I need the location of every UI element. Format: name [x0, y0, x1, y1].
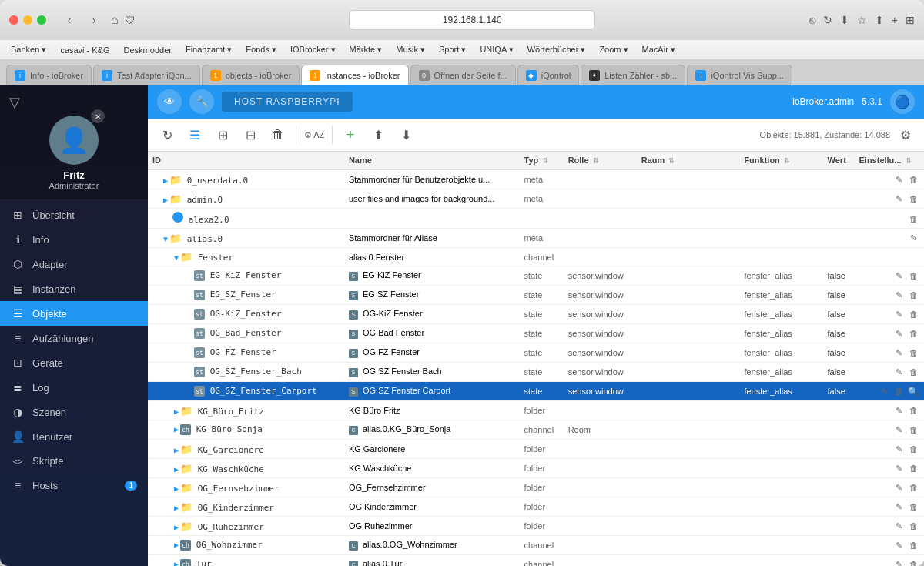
edit-button[interactable]: ✎ [878, 385, 890, 397]
expand-button[interactable]: ▶ [174, 446, 179, 454]
edit-button[interactable]: ✎ [907, 232, 919, 244]
close-button[interactable] [9, 15, 18, 25]
table-row[interactable]: st OG-KiZ_Fenster S OG-KiZ Fenster state… [148, 305, 924, 324]
expand-button[interactable]: ▶ [174, 407, 179, 416]
card-view-button[interactable]: ⊞ [211, 123, 234, 146]
tree-view-button[interactable]: ⊟ [239, 123, 262, 146]
edit-button[interactable]: ✎ [892, 327, 905, 340]
back-button[interactable]: ‹ [59, 9, 80, 31]
table-row[interactable]: st OG_Bad_Fenster S OG Bad Fenster state… [148, 324, 924, 343]
tab-iqontrol-vis[interactable]: i iQontrol Vis Supp... [687, 65, 792, 85]
expand-button[interactable]: ▶ [174, 425, 179, 434]
delete-button[interactable]: 🗑 [907, 366, 919, 378]
delete-button[interactable]: 🗑 [907, 308, 919, 320]
bookmark-item[interactable]: IOBrocker ▾ [286, 43, 340, 56]
refresh-button[interactable]: ↻ [156, 123, 179, 146]
download-icon[interactable]: ⬇ [840, 14, 849, 26]
sidebar-item-aufzaehlungen[interactable]: ≡ Aufzählungen [0, 326, 148, 350]
table-row[interactable]: ▶📁 KG_Garcionere KG Garcionere folder ✎🗑 [148, 440, 924, 459]
edit-button[interactable]: ✎ [892, 443, 905, 455]
grid-icon[interactable]: ⊞ [906, 14, 915, 26]
maximize-button[interactable] [37, 15, 46, 25]
address-bar[interactable]: 192.168.1.140 [349, 10, 595, 30]
delete-button[interactable]: 🗑 [266, 123, 290, 146]
delete-button[interactable]: 🗑 [907, 289, 919, 301]
table-row[interactable]: ▼📁 alias.0 Stammordner für Aliase meta ✎ [148, 229, 924, 248]
table-row[interactable]: ▶📁 0_userdata.0 Stammordner für Benutzer… [148, 169, 924, 189]
table-row[interactable]: alexa2.0 🗑 [148, 209, 924, 229]
bookmark-item[interactable]: Fonds ▾ [241, 43, 281, 56]
bookmark-item[interactable]: Deskmodder [119, 44, 176, 56]
edit-button[interactable]: ✎ [892, 404, 905, 417]
table-row[interactable]: ▶📁 admin.0 user files and images for bac… [148, 189, 924, 209]
expand-button[interactable]: ▶ [174, 523, 179, 531]
delete-button[interactable]: 🗑 [907, 520, 919, 532]
edit-button[interactable]: ✎ [892, 481, 905, 494]
tab-instances[interactable]: 1 instances - ioBroker [301, 65, 408, 85]
tab-listen[interactable]: ✦ Listen Zähler - sb... [581, 65, 685, 85]
settings-button[interactable]: ⚙ [895, 124, 916, 146]
bookmark-item[interactable]: UNIQA ▾ [475, 43, 517, 56]
minimize-button[interactable] [23, 15, 32, 25]
expand-button[interactable]: ▶ [174, 560, 179, 566]
delete-button[interactable]: 🗑 [907, 424, 919, 436]
delete-button[interactable]: 🗑 [907, 462, 919, 474]
expand-button[interactable]: ▶ [163, 196, 168, 204]
tab-info[interactable]: i Info - ioBroker [6, 65, 92, 85]
bookmark-item[interactable]: Märkte ▾ [345, 43, 387, 56]
objects-table-container[interactable]: ID Name Typ ⇅ Rolle ⇅ Raum ⇅ Funktion ⇅ … [148, 152, 924, 566]
table-row[interactable]: ▶📁 OG_Ruhezimmer OG Ruhezimmer folder ✎🗑 [148, 517, 924, 536]
delete-button[interactable]: 🗑 [907, 327, 919, 340]
sidebar-item-instanzen[interactable]: ▤ Instanzen [0, 276, 148, 301]
host-button[interactable]: HOST RASPBERRYPI [222, 92, 353, 112]
expand-button[interactable]: ▶ [174, 484, 179, 493]
import-button[interactable]: ⬆ [367, 123, 390, 146]
table-row[interactable]: ▶ch KG_Büro_Sonja C alias.0.KG_Büro_Sonj… [148, 420, 924, 440]
tab-oeffnen[interactable]: 0 Öffnen der Seite f... [410, 65, 516, 85]
expand-button[interactable]: ▶ [163, 176, 168, 185]
new-tab-icon[interactable]: + [892, 14, 898, 26]
edit-button[interactable]: ✎ [892, 347, 905, 359]
expand-button[interactable]: ▶ [174, 504, 179, 512]
edit-button[interactable]: ✎ [892, 173, 905, 186]
bookmark-item[interactable]: Banken ▾ [6, 43, 51, 56]
expand-button[interactable]: ▶ [174, 541, 179, 549]
share-icon[interactable]: ⬆ [875, 14, 884, 26]
sidebar-item-geraete[interactable]: ⊡ Geräte [0, 350, 148, 375]
table-row[interactable]: st EG_SZ_Fenster S EG SZ Fenster state s… [148, 286, 924, 305]
reload-icon[interactable]: ↻ [823, 14, 832, 26]
expand-button[interactable]: ▼ [174, 253, 179, 262]
export-button[interactable]: ⬇ [394, 123, 417, 146]
bookmark-item[interactable]: MacAir ▾ [638, 43, 680, 56]
sidebar-item-szenen[interactable]: ◑ Szenen [0, 400, 148, 424]
edit-button[interactable]: ✎ [892, 501, 905, 513]
tab-test-adapter[interactable]: i Test Adapter iQon... [93, 65, 200, 85]
delete-button[interactable]: 🗑 [907, 539, 919, 551]
edit-button[interactable]: ✎ [892, 424, 905, 436]
tab-iqontrol[interactable]: ◆ iQontrol [517, 65, 580, 85]
edit-button[interactable]: ✎ [892, 193, 905, 205]
table-row[interactable]: ▶ch Tür C alias.0.Tür channel ✎🗑 [148, 555, 924, 567]
table-row[interactable]: st EG_KiZ_Fenster S EG KiZ Fenster state… [148, 266, 924, 286]
edit-button[interactable]: ✎ [892, 308, 905, 320]
list-view-button[interactable]: ☰ [183, 123, 206, 146]
close-sidebar-button[interactable]: ✕ [91, 109, 105, 123]
table-row[interactable]: ▼📁 Fenster alias.0.Fenster channel [148, 248, 924, 266]
expand-button[interactable]: ▶ [174, 465, 179, 474]
delete-button[interactable]: 🗑 [907, 443, 919, 455]
bookmark-item[interactable]: Wörterbücher ▾ [523, 43, 591, 56]
sidebar-item-adapter[interactable]: ⬡ Adapter [0, 252, 148, 276]
wrench-icon[interactable]: 🔧 [189, 89, 214, 114]
table-row[interactable]: st OG_SZ_Fenster_Bach S OG SZ Fenster Ba… [148, 363, 924, 382]
expand-button[interactable]: ▼ [163, 235, 168, 243]
sidebar-item-skripte[interactable]: <> Skripte [0, 449, 148, 473]
delete-button[interactable]: 🗑 [907, 193, 919, 205]
edit-button[interactable]: ✎ [892, 270, 905, 282]
delete-button[interactable]: 🗑 [907, 404, 919, 417]
bookmark-item[interactable]: Finanzamt ▾ [181, 43, 236, 56]
delete-button[interactable]: 🗑 [907, 347, 919, 359]
sidebar-item-benutzer[interactable]: 👤 Benutzer [0, 424, 148, 449]
tab-objects[interactable]: 1 objects - ioBroker [202, 65, 300, 85]
delete-button[interactable]: 🗑 [892, 385, 905, 397]
edit-button[interactable]: ✎ [892, 366, 905, 378]
